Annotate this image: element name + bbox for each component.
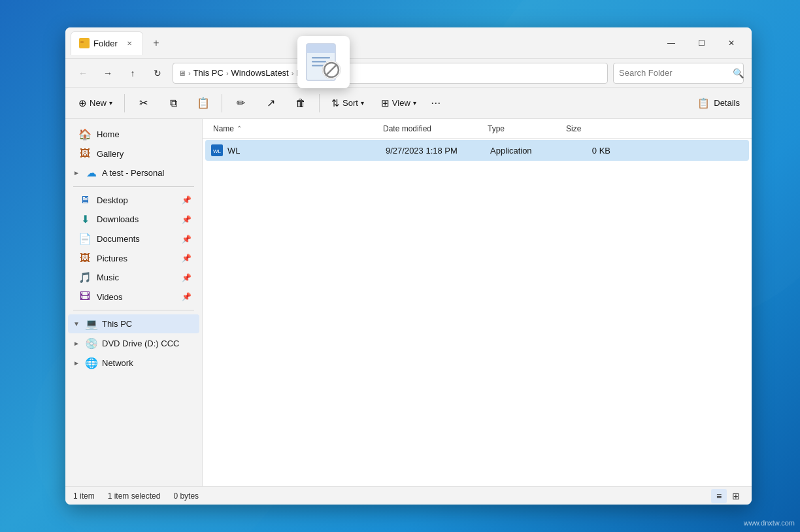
sidebar-item-pictures[interactable]: 🖼 Pictures 📌 bbox=[68, 249, 199, 267]
documents-icon: 📄 bbox=[78, 233, 92, 245]
sort-icon: ⇅ bbox=[331, 97, 340, 109]
up-button[interactable]: ↑ bbox=[123, 63, 142, 83]
sidebar-item-desktop[interactable]: 🖥 Desktop 📌 bbox=[68, 191, 199, 209]
tab-title: Folder bbox=[93, 39, 118, 48]
gallery-icon: 🖼 bbox=[78, 148, 92, 159]
file-name-text: WL bbox=[227, 146, 241, 156]
copy-button[interactable]: ⧉ bbox=[159, 90, 188, 116]
svg-rect-2 bbox=[307, 50, 335, 53]
downloads-pin-icon: 📌 bbox=[182, 215, 192, 224]
new-tab-button[interactable]: + bbox=[146, 33, 167, 54]
addressbar: ← → ↑ ↻ 🖥 › This PC › WindowsLatest › Fo… bbox=[65, 59, 752, 88]
new-button[interactable]: ⊕ New ▾ bbox=[71, 90, 120, 116]
copy-icon: ⧉ bbox=[170, 97, 177, 109]
minimize-button[interactable]: — bbox=[656, 33, 686, 54]
details-button[interactable]: 📋 Details bbox=[691, 95, 746, 112]
thispc-icon: 💻 bbox=[85, 318, 98, 330]
file-date-wl: 9/27/2023 1:18 PM bbox=[380, 146, 485, 156]
sort-dropdown-icon: ▾ bbox=[361, 99, 364, 107]
watermark: www.dnxtw.com bbox=[744, 519, 795, 527]
statusbar-view-buttons: ≡ ⊞ bbox=[711, 489, 744, 503]
music-pin-icon: 📌 bbox=[182, 273, 192, 282]
details-label: Details bbox=[714, 98, 740, 108]
item-count: 1 item bbox=[73, 491, 95, 501]
sidebar-item-gallery[interactable]: 🖼 Gallery bbox=[68, 144, 199, 163]
toolbar: ⊕ New ▾ ✂ ⧉ 📋 ✏ ↗ 🗑 ⇅ Sort ▾ ⊞ bbox=[65, 88, 752, 119]
new-icon: ⊕ bbox=[78, 97, 87, 109]
sidebar-dvd-label: DVD Drive (D:) CCC bbox=[102, 339, 179, 348]
sidebar-item-music[interactable]: 🎵 Music 📌 bbox=[68, 268, 199, 287]
sort-button[interactable]: ⇅ Sort ▾ bbox=[324, 90, 372, 116]
sidebar-onedrive-label: A test - Personal bbox=[102, 168, 164, 178]
sidebar-section-network[interactable]: ► 🌐 Network bbox=[68, 354, 199, 373]
column-header-date[interactable]: Date modified bbox=[378, 119, 482, 138]
sidebar-documents-label: Documents bbox=[97, 234, 176, 244]
search-input[interactable] bbox=[619, 68, 729, 78]
videos-icon: 🎞 bbox=[78, 291, 92, 303]
svg-rect-4 bbox=[312, 61, 326, 63]
sidebar-thispc-label: This PC bbox=[102, 319, 132, 329]
breadcrumb-sep-2: › bbox=[292, 69, 294, 77]
close-button[interactable]: ✕ bbox=[716, 33, 746, 54]
col-type-label: Type bbox=[488, 124, 505, 133]
name-sort-icon: ⌃ bbox=[237, 125, 242, 132]
music-icon: 🎵 bbox=[78, 271, 92, 284]
sidebar-section-dvd[interactable]: ► 💿 DVD Drive (D:) CCC bbox=[68, 334, 199, 353]
sidebar-downloads-label: Downloads bbox=[97, 214, 176, 224]
sidebar-videos-label: Videos bbox=[97, 292, 176, 302]
col-date-label: Date modified bbox=[383, 124, 431, 133]
tab-close-button[interactable]: ✕ bbox=[124, 38, 135, 48]
sidebar-music-label: Music bbox=[97, 273, 176, 282]
sidebar-home-label: Home bbox=[97, 129, 192, 139]
forward-button[interactable]: → bbox=[98, 63, 118, 83]
downloads-icon: ⬇ bbox=[78, 213, 92, 225]
tab-folder[interactable]: Folder ✕ bbox=[71, 31, 143, 55]
col-name-label: Name bbox=[213, 124, 234, 133]
toolbar-sep-3 bbox=[319, 94, 320, 112]
view-button[interactable]: ⊞ View ▾ bbox=[373, 90, 424, 116]
pictures-icon: 🖼 bbox=[78, 252, 92, 264]
tab-folder-icon bbox=[79, 38, 90, 48]
sidebar-section-onedrive[interactable]: ► ☁ A test - Personal bbox=[68, 163, 199, 182]
details-view-button[interactable]: ≡ bbox=[711, 489, 727, 503]
refresh-button[interactable]: ↻ bbox=[148, 63, 167, 83]
tiles-view-button[interactable]: ⊞ bbox=[728, 489, 744, 503]
content-area: 🏠 Home 🖼 Gallery ► ☁ A test - Personal 🖥… bbox=[65, 119, 752, 486]
window-controls: — ☐ ✕ bbox=[656, 33, 746, 54]
breadcrumb-thispc[interactable]: This PC bbox=[193, 68, 224, 78]
view-icon: ⊞ bbox=[381, 97, 390, 109]
sidebar-gallery-label: Gallery bbox=[97, 149, 192, 159]
column-header-type[interactable]: Type bbox=[482, 119, 561, 138]
more-options-button[interactable]: ··· bbox=[425, 93, 446, 114]
share-button[interactable]: ↗ bbox=[256, 90, 285, 116]
svg-text:WL: WL bbox=[213, 148, 222, 154]
sidebar-item-downloads[interactable]: ⬇ Downloads 📌 bbox=[68, 210, 199, 229]
dvd-expand-icon: ► bbox=[73, 340, 81, 347]
rename-button[interactable]: ✏ bbox=[226, 90, 255, 116]
sidebar-item-home[interactable]: 🏠 Home bbox=[68, 125, 199, 144]
sidebar-item-videos[interactable]: 🎞 Videos 📌 bbox=[68, 288, 199, 306]
column-header-size[interactable]: Size bbox=[561, 119, 613, 138]
breadcrumb-windowslatest[interactable]: WindowsLatest bbox=[231, 68, 289, 78]
file-row-wl[interactable]: WL WL 9/27/2023 1:18 PM Application 0 KB bbox=[205, 140, 749, 161]
sidebar-section-thispc[interactable]: ▼ 💻 This PC bbox=[68, 314, 199, 333]
file-name-wl: WL WL bbox=[210, 144, 380, 157]
search-box[interactable]: 🔍 bbox=[613, 63, 744, 84]
column-header-name[interactable]: Name ⌃ bbox=[208, 119, 378, 138]
search-icon: 🔍 bbox=[733, 68, 744, 78]
delete-button[interactable]: 🗑 bbox=[286, 90, 315, 116]
onedrive-icon: ☁ bbox=[85, 167, 98, 179]
file-list-header: Name ⌃ Date modified Type Size bbox=[203, 119, 752, 139]
network-expand-icon: ► bbox=[73, 359, 81, 367]
back-button[interactable]: ← bbox=[73, 63, 93, 83]
view-label: View bbox=[392, 98, 410, 108]
breadcrumb[interactable]: 🖥 › This PC › WindowsLatest › Folder bbox=[173, 63, 608, 84]
cut-button[interactable]: ✂ bbox=[129, 90, 158, 116]
sidebar-item-documents[interactable]: 📄 Documents 📌 bbox=[68, 229, 199, 248]
details-icon: 📋 bbox=[697, 97, 710, 109]
paste-button[interactable]: 📋 bbox=[189, 90, 218, 116]
new-dropdown-icon: ▾ bbox=[109, 99, 112, 107]
breadcrumb-computer-icon: 🖥 bbox=[178, 69, 186, 77]
toolbar-sep-1 bbox=[124, 94, 125, 112]
maximize-button[interactable]: ☐ bbox=[686, 33, 716, 54]
